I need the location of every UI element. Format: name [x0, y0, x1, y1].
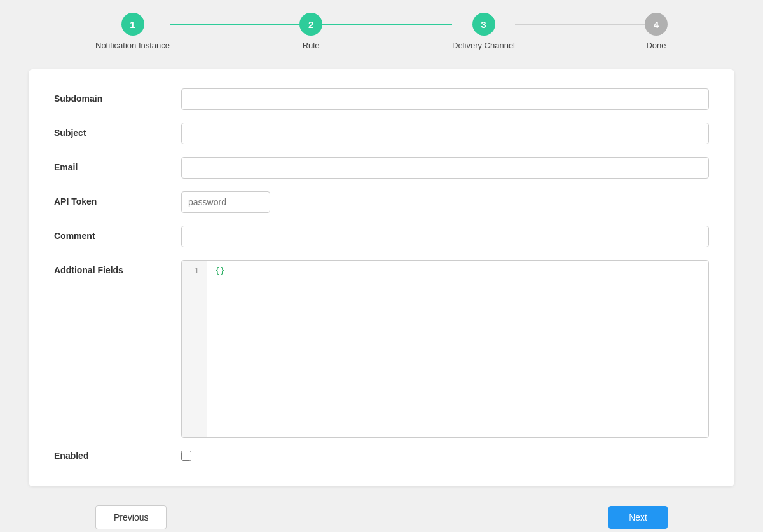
- comment-input[interactable]: [181, 226, 709, 247]
- step-3-label: Delivery Channel: [452, 41, 515, 50]
- code-editor: 1 {}: [181, 260, 709, 438]
- step-4-label: Done: [646, 41, 666, 50]
- code-input[interactable]: {}: [207, 261, 708, 437]
- enabled-checkbox[interactable]: [181, 451, 191, 461]
- comment-label: Comment: [54, 226, 181, 241]
- step-line-2: [322, 24, 452, 25]
- additional-fields-row: Addtional Fields 1 {}: [54, 260, 709, 438]
- step-4: 4 Done: [645, 13, 668, 50]
- subject-input[interactable]: [181, 123, 709, 144]
- stepper-container: 1 Notification Instance 2 Rule 3 Deliver…: [0, 0, 763, 69]
- step-2-label: Rule: [303, 41, 320, 50]
- main-card: Subdomain Subject Email API Token Commen…: [29, 69, 734, 486]
- step-line-3: [515, 24, 645, 25]
- step-3: 3 Delivery Channel: [452, 13, 515, 50]
- subject-label: Subject: [54, 123, 181, 138]
- previous-button[interactable]: Previous: [95, 505, 167, 529]
- comment-row: Comment: [54, 226, 709, 247]
- step-3-circle: 3: [472, 13, 495, 36]
- api-token-row: API Token: [54, 191, 709, 213]
- enabled-row: Enabled: [54, 451, 709, 461]
- api-token-label: API Token: [54, 191, 181, 207]
- api-token-input[interactable]: [181, 191, 270, 213]
- step-4-circle: 4: [645, 13, 668, 36]
- step-1-circle: 1: [121, 13, 144, 36]
- stepper: 1 Notification Instance 2 Rule 3 Deliver…: [95, 13, 668, 50]
- line-numbers: 1: [182, 261, 207, 437]
- email-label: Email: [54, 157, 181, 172]
- step-line-1: [170, 24, 299, 25]
- step-2-circle: 2: [299, 13, 322, 36]
- step-1-label: Notification Instance: [95, 41, 170, 50]
- footer: Previous Next: [0, 486, 763, 532]
- step-1: 1 Notification Instance: [95, 13, 170, 50]
- subdomain-input[interactable]: [181, 88, 709, 110]
- subject-row: Subject: [54, 123, 709, 144]
- next-button[interactable]: Next: [608, 506, 668, 529]
- subdomain-label: Subdomain: [54, 88, 181, 104]
- additional-fields-label: Addtional Fields: [54, 260, 181, 275]
- subdomain-row: Subdomain: [54, 88, 709, 110]
- step-2: 2 Rule: [299, 13, 322, 50]
- email-row: Email: [54, 157, 709, 179]
- enabled-label: Enabled: [54, 451, 181, 461]
- email-input[interactable]: [181, 157, 709, 179]
